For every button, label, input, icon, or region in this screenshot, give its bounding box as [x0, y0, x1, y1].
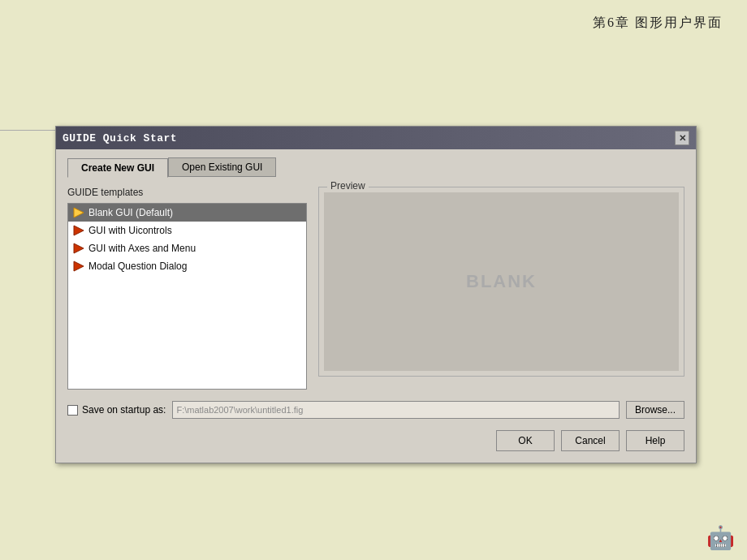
preview-inner: BLANK	[324, 192, 679, 371]
bottom-area: Save on startup as: Browse...	[67, 401, 684, 419]
blank-gui-label: Blank GUI (Default)	[89, 207, 173, 218]
uicontrols-icon	[73, 225, 84, 236]
list-item-axes[interactable]: GUI with Axes and Menu	[68, 239, 306, 257]
preview-group: Preview BLANK	[318, 187, 684, 377]
content-area: GUIDE templates Blank GUI (Default)	[67, 187, 684, 390]
axes-label: GUI with Axes and Menu	[89, 243, 196, 254]
page-line	[0, 130, 61, 131]
svg-marker-3	[74, 261, 84, 271]
left-panel: GUIDE templates Blank GUI (Default)	[67, 187, 307, 390]
guide-dialog: GUIDE Quick Start ✕ Create New GUI Open …	[55, 126, 697, 463]
chapter-title: 第6章 图形用户界面	[593, 15, 723, 32]
modal-label: Modal Question Dialog	[89, 261, 187, 272]
preview-blank-text: BLANK	[466, 271, 537, 292]
tab-create-new-gui[interactable]: Create New GUI	[67, 158, 168, 178]
cancel-button[interactable]: Cancel	[561, 430, 620, 451]
dialog-body: Create New GUI Open Existing GUI GUIDE t…	[56, 149, 696, 463]
help-button[interactable]: Help	[626, 430, 684, 451]
robot-icon: 🤖	[706, 524, 735, 552]
filepath-input[interactable]	[172, 401, 620, 419]
modal-icon	[73, 261, 84, 272]
preview-legend: Preview	[327, 180, 369, 192]
page-background: 第6章 图形用户界面 GUIDE Quick Start ✕ Create Ne…	[0, 0, 747, 560]
tab-bar: Create New GUI Open Existing GUI	[67, 157, 684, 177]
tab-open-existing-gui[interactable]: Open Existing GUI	[168, 157, 276, 177]
uicontrols-label: GUI with Uicontrols	[89, 225, 172, 236]
svg-marker-1	[74, 226, 84, 235]
dialog-title: GUIDE Quick Start	[63, 132, 177, 144]
list-item-blank[interactable]: Blank GUI (Default)	[68, 204, 306, 222]
dialog-titlebar: GUIDE Quick Start ✕	[56, 127, 696, 149]
save-startup-text: Save on startup as:	[82, 404, 166, 416]
save-startup-label: Save on startup as:	[67, 404, 166, 416]
list-item-uicontrols[interactable]: GUI with Uicontrols	[68, 222, 306, 239]
templates-label: GUIDE templates	[67, 187, 307, 198]
save-startup-checkbox[interactable]	[67, 405, 78, 416]
list-item-modal[interactable]: Modal Question Dialog	[68, 257, 306, 275]
svg-marker-2	[74, 243, 84, 253]
right-panel: Preview BLANK	[318, 187, 684, 390]
dialog-footer: OK Cancel Help	[67, 430, 684, 451]
ok-button[interactable]: OK	[496, 430, 555, 451]
templates-list: Blank GUI (Default) GUI with Uicontrols	[67, 203, 307, 390]
blank-gui-icon	[73, 207, 84, 218]
axes-icon	[73, 243, 84, 254]
browse-button[interactable]: Browse...	[626, 401, 684, 419]
svg-marker-0	[74, 208, 84, 218]
close-button[interactable]: ✕	[675, 131, 689, 145]
